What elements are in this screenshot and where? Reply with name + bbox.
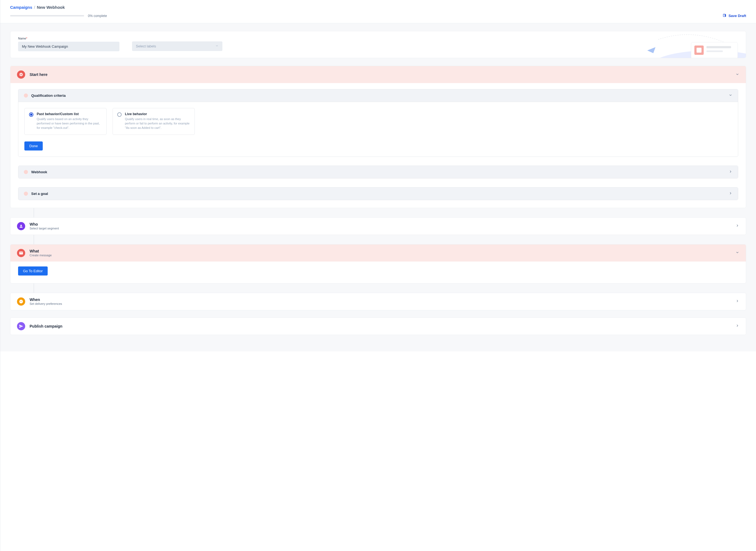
campaign-name-input[interactable] (18, 42, 119, 51)
radio-selected[interactable] (29, 112, 33, 117)
chevron-right-icon (735, 299, 739, 304)
option-title: Live behavior (125, 112, 190, 116)
svg-rect-1 (691, 42, 738, 58)
chevron-right-icon (735, 224, 739, 228)
section-start-title: Start here (30, 72, 731, 77)
who-subtitle: Select target segment (30, 227, 731, 230)
section-who-header[interactable]: Who Select target segment (10, 218, 746, 235)
section-when-header[interactable]: When Set delivery preferences (10, 293, 746, 310)
option-description: Qualify users based on an activity they … (37, 117, 102, 130)
subcard-webhook: Webhook (18, 165, 738, 178)
breadcrumb-root-link[interactable]: Campaigns (10, 5, 32, 10)
chevron-right-icon (735, 324, 739, 329)
chevron-right-icon (729, 191, 732, 196)
webhook-title: Webhook (31, 170, 725, 174)
section-start-here: Start here Qualification criteria (10, 66, 746, 208)
option-live-behavior[interactable]: Live behavior Qualify users in real time… (113, 108, 195, 135)
svg-point-0 (650, 50, 746, 58)
timeline-connector (34, 284, 746, 293)
publish-title: Publish campaign (30, 324, 731, 329)
breadcrumb-current: New Webhook (37, 5, 65, 10)
subcard-goal-header[interactable]: Set a goal (18, 187, 738, 200)
user-icon (17, 222, 25, 230)
svg-rect-3 (697, 48, 701, 53)
when-title: When (30, 298, 731, 302)
section-who: Who Select target segment (10, 217, 746, 235)
labels-select[interactable]: Select labels (132, 41, 222, 51)
decorative-illustration (636, 31, 746, 58)
chevron-down-icon (735, 250, 739, 255)
chevron-down-icon (215, 44, 219, 48)
breadcrumb-separator: / (34, 5, 35, 10)
breadcrumb: Campaigns / New Webhook (0, 0, 756, 13)
save-draft-button[interactable]: Save Draft (723, 13, 746, 18)
labels-placeholder: Select labels (136, 44, 156, 48)
done-button[interactable]: Done (24, 141, 43, 150)
status-dot (24, 192, 28, 196)
chevron-down-icon (729, 93, 732, 98)
qualification-title: Qualification criteria (31, 93, 725, 98)
timeline-connector (34, 235, 746, 244)
status-dot (24, 170, 28, 174)
svg-rect-2 (694, 45, 704, 55)
section-what: What Create message Go To Editor (10, 244, 746, 284)
subcard-qualification-header[interactable]: Qualification criteria (18, 89, 738, 102)
what-subtitle: Create message (30, 253, 731, 257)
section-when: When Set delivery preferences (10, 293, 746, 310)
who-title: Who (30, 222, 731, 226)
chevron-right-icon (729, 170, 732, 174)
save-draft-label: Save Draft (729, 14, 746, 18)
svg-rect-5 (706, 50, 723, 52)
what-title: What (30, 249, 731, 253)
send-icon (17, 322, 25, 330)
radio-unselected[interactable] (117, 112, 122, 117)
gear-icon (17, 70, 25, 79)
svg-rect-4 (706, 46, 731, 48)
name-label: Name* (18, 37, 119, 40)
goal-title: Set a goal (31, 192, 725, 196)
status-dot (24, 93, 28, 98)
option-description: Qualify users in real time, as soon as t… (125, 117, 190, 130)
timeline-connector (34, 208, 746, 217)
chevron-down-icon (735, 72, 739, 77)
option-title: Past behavior/Custom list (37, 112, 102, 116)
section-publish: Publish campaign (10, 318, 746, 335)
name-card: Name* Select labels (10, 31, 746, 58)
section-start-header[interactable]: Start here (10, 66, 746, 83)
save-icon (723, 13, 726, 18)
subcard-webhook-header[interactable]: Webhook (18, 166, 738, 178)
section-publish-header[interactable]: Publish campaign (10, 318, 746, 335)
progress-bar (10, 15, 84, 16)
progress-text: 0% complete (88, 14, 107, 18)
go-to-editor-button[interactable]: Go To Editor (18, 266, 48, 276)
section-what-header[interactable]: What Create message (10, 244, 746, 261)
message-icon (17, 249, 25, 257)
subcard-goal: Set a goal (18, 187, 738, 200)
option-past-behavior[interactable]: Past behavior/Custom list Qualify users … (24, 108, 107, 135)
when-subtitle: Set delivery preferences (30, 302, 731, 306)
clock-icon (17, 298, 25, 306)
subcard-qualification: Qualification criteria Past behavior/ (18, 89, 738, 157)
